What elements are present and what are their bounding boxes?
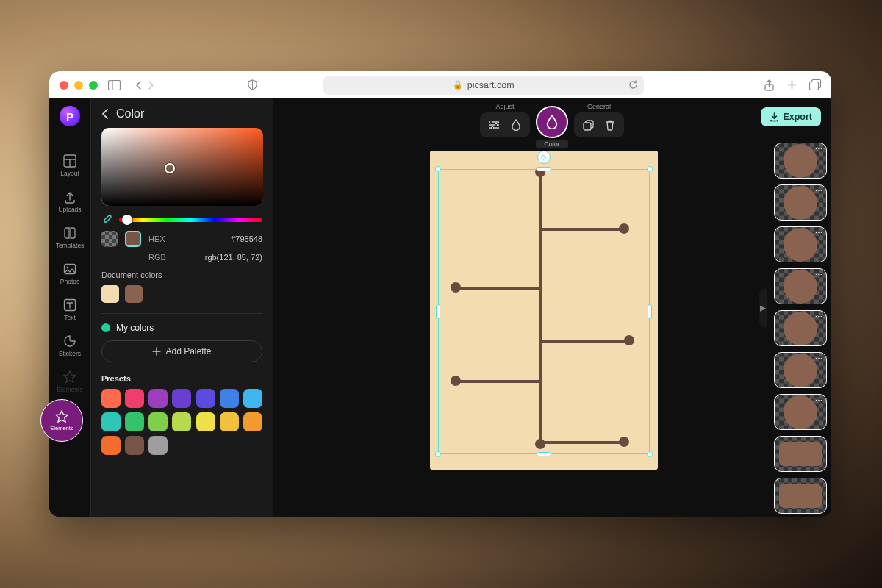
adjust-group-label: Adjust (495, 103, 514, 110)
forward-button[interactable] (146, 80, 156, 90)
preset-swatch[interactable] (101, 436, 121, 455)
rail-item-photos[interactable]: Photos (49, 258, 90, 290)
preset-swatch[interactable] (125, 436, 144, 455)
preset-swatch[interactable] (101, 389, 121, 408)
svg-rect-0 (109, 80, 121, 90)
sliders-icon[interactable] (483, 115, 505, 135)
shield-icon[interactable] (247, 79, 258, 90)
resize-edge-right[interactable] (648, 304, 652, 319)
hue-slider[interactable] (119, 218, 262, 222)
preset-swatch[interactable] (196, 412, 215, 431)
current-color-swatch[interactable] (125, 231, 141, 247)
app-logo[interactable]: P (60, 106, 80, 126)
hex-value[interactable]: #795548 (231, 234, 262, 243)
preset-swatch[interactable] (220, 389, 239, 408)
export-button[interactable]: Export (761, 107, 821, 126)
trash-icon[interactable] (599, 115, 621, 135)
layer-menu-icon[interactable]: ⋯ (815, 187, 823, 195)
transparency-swatch[interactable] (101, 231, 118, 247)
sv-cursor[interactable] (165, 163, 175, 173)
resize-edge-bottom[interactable] (537, 452, 551, 456)
layer-menu-icon[interactable]: ⋯ (815, 354, 823, 362)
preset-swatch[interactable] (220, 412, 239, 431)
layer-thumbnail[interactable]: ⋯ (774, 352, 827, 388)
layer-menu-icon[interactable]: ⋯ (815, 229, 823, 237)
rail-item-stickers[interactable]: Stickers (49, 330, 90, 362)
panel-back-button[interactable] (101, 109, 109, 119)
layer-thumbnail[interactable]: ⋯ (774, 478, 827, 514)
tabs-icon[interactable] (809, 79, 821, 91)
rail-item-text[interactable]: Text (49, 294, 90, 326)
rail-item-layout[interactable]: Layout (49, 150, 90, 182)
url-bar[interactable]: 🔒 picsart.com (323, 76, 644, 95)
resize-edge-top[interactable] (537, 167, 551, 171)
svg-rect-5 (809, 82, 818, 90)
layer-thumbnail[interactable]: ⋯ (774, 268, 827, 304)
document-colors-row (101, 285, 262, 303)
layer-thumbnail[interactable]: ⋯ (774, 184, 827, 220)
doc-color-swatch[interactable] (101, 285, 119, 303)
preset-swatch[interactable] (125, 412, 144, 431)
add-palette-button[interactable]: Add Palette (101, 340, 262, 362)
layer-thumbnail[interactable]: ⋯ (774, 226, 827, 262)
preset-swatch[interactable] (172, 412, 191, 431)
rail-item-elements[interactable]: Elements (49, 366, 90, 398)
svg-point-14 (491, 126, 493, 129)
doc-color-swatch[interactable] (125, 285, 143, 303)
elements-highlight-bubble[interactable]: Elements (40, 399, 83, 442)
rotate-handle[interactable]: ⟳ (537, 151, 551, 164)
sidebar-toggle-icon[interactable] (108, 80, 121, 90)
rail-item-templates[interactable]: Templates (49, 222, 90, 254)
layer-menu-icon[interactable]: ⋯ (815, 480, 823, 488)
layer-menu-icon[interactable]: ⋯ (815, 145, 823, 153)
layer-menu-icon[interactable]: ⋯ (815, 438, 823, 446)
layer-menu-icon[interactable]: ⋯ (815, 270, 823, 279)
layers-collapse-handle[interactable]: ▸ (759, 289, 767, 327)
selection-box[interactable]: ⟳ (438, 169, 650, 454)
preset-swatch[interactable] (196, 389, 215, 408)
layer-menu-icon[interactable]: ⋯ (815, 312, 823, 320)
layer-thumbnail[interactable]: ⋯ (774, 436, 827, 472)
refresh-icon[interactable] (628, 80, 638, 90)
layer-thumbnail[interactable]: ⋯ (774, 310, 827, 346)
preset-swatch[interactable] (101, 412, 121, 431)
resize-handle-tl[interactable] (435, 166, 441, 172)
preset-swatch[interactable] (172, 389, 191, 408)
rgb-value[interactable]: rgb(121, 85, 72) (205, 253, 262, 262)
preset-swatch[interactable] (125, 389, 144, 408)
maximize-window-button[interactable] (89, 81, 98, 90)
new-tab-icon[interactable] (786, 79, 797, 91)
preset-swatch[interactable] (148, 389, 168, 408)
layer-menu-icon[interactable]: ⋯ (815, 396, 823, 404)
app-window: 🔒 picsart.com P Layout Uploads (49, 71, 831, 517)
share-icon[interactable] (764, 79, 775, 91)
resize-handle-br[interactable] (647, 451, 653, 457)
preset-swatch[interactable] (148, 436, 168, 455)
layers-panel: ⋯ ⋯ ⋯ ⋯ ⋯ ⋯ ⋯ ⋯ ⋯ (770, 140, 831, 517)
hue-thumb[interactable] (122, 215, 132, 225)
preset-swatch[interactable] (243, 389, 262, 408)
resize-edge-left[interactable] (436, 304, 440, 319)
minimize-window-button[interactable] (74, 81, 83, 90)
star-icon (55, 410, 68, 423)
rail-item-uploads[interactable]: Uploads (49, 186, 90, 218)
back-button[interactable] (134, 80, 144, 90)
duplicate-icon[interactable] (577, 115, 599, 135)
saturation-value-picker[interactable] (101, 128, 263, 206)
my-colors-indicator (101, 323, 110, 332)
resize-handle-tr[interactable] (647, 166, 653, 172)
color-tool-label: Color (536, 140, 568, 148)
droplet-icon[interactable] (505, 115, 527, 135)
layer-thumbnail[interactable]: ⋯ (774, 394, 827, 430)
layer-thumbnail[interactable]: ⋯ (774, 143, 827, 179)
close-window-button[interactable] (60, 81, 68, 90)
svg-rect-16 (584, 123, 591, 130)
preset-swatch[interactable] (243, 412, 262, 431)
preset-swatch[interactable] (148, 412, 168, 431)
resize-handle-bl[interactable] (435, 451, 441, 457)
layout-icon (63, 154, 76, 168)
svg-point-12 (490, 121, 492, 123)
general-group-label: General (587, 103, 611, 110)
eyedropper-icon[interactable] (101, 215, 112, 225)
color-tool-pill[interactable]: Color (536, 106, 568, 148)
